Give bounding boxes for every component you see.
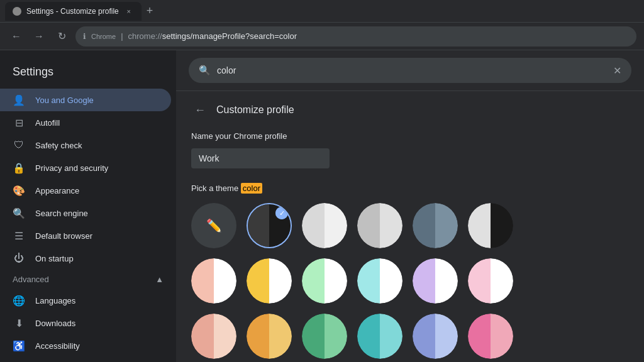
customize-panel: ← Customize profile Name your Chrome pro… [176,91,644,362]
downloads-icon: ⬇ [13,317,25,329]
tab-close-btn[interactable]: × [124,6,134,16]
color-grid: ✏️✓ [191,203,629,362]
theme-label: Pick a theme [191,184,238,193]
color-swatch-dark[interactable]: ✓ [247,203,292,248]
address-path: settings/manageProfile?search=color [162,31,297,41]
tab-favicon [13,7,21,16]
search-icon: 🔍 [199,65,211,76]
color-swatch-salmon-peach[interactable] [191,314,236,359]
color-swatch-custom[interactable]: ✏️ [191,203,236,248]
sidebar-item-appearance[interactable]: 🎨 Appearance [0,179,171,202]
theme-highlight: color [241,183,262,194]
panel-back-button[interactable]: ← [191,101,209,119]
sidebar-label-on-startup: On startup [35,254,74,263]
color-swatch-yellow-white[interactable] [247,258,292,304]
search-input[interactable] [217,65,607,75]
browser-titlebar: Settings - Customize profile × + [0,0,644,23]
color-swatch-orange-tan[interactable] [247,314,292,359]
swatch-selected-checkmark: ✓ [275,207,288,219]
color-swatch-green-white[interactable] [302,258,347,304]
panel-title: Customize profile [216,104,294,116]
name-section-title: Name your Chrome profile [191,131,629,141]
sidebar-item-search-engine[interactable]: 🔍 Search engine [0,202,171,224]
advanced-label: Advanced [13,275,49,284]
sidebar-item-downloads[interactable]: ⬇ Downloads [0,312,171,334]
address-text: chrome://settings/manageProfile?search=c… [128,31,297,41]
color-swatch-gray-medium[interactable] [357,203,402,248]
tab-title: Settings - Customize profile [26,7,119,16]
appearance-icon: 🎨 [13,184,25,197]
sidebar-item-languages[interactable]: 🌐 Languages [0,289,171,312]
sidebar-label-accessibility: Accessibility [35,341,80,351]
sidebar-item-autofill[interactable]: ⊟ Autofill [0,111,171,134]
color-swatch-pink-white[interactable] [191,258,236,304]
sidebar-label-you-and-google: You and Google [35,96,94,105]
profile-name-input[interactable] [191,148,330,168]
browser-tab[interactable]: Settings - Customize profile × [5,2,142,21]
forward-nav-btn[interactable]: → [30,28,48,45]
privacy-security-icon: 🔒 [13,162,25,174]
main-layout: Settings 👤 You and Google ⊟ Autofill 🛡 S… [0,50,644,362]
color-swatch-teal-cyan[interactable] [357,314,402,359]
search-bar: 🔍 ✕ [189,58,631,83]
sidebar-label-appearance: Appearance [35,186,79,195]
color-swatch-gray-light[interactable] [302,203,347,248]
search-clear-button[interactable]: ✕ [613,65,621,77]
theme-section-title: Pick a theme color [191,184,629,193]
address-secure-label: Chrome [91,33,116,40]
sidebar-label-autofill: Autofill [35,118,60,128]
search-bar-container: 🔍 ✕ [176,50,644,91]
you-and-google-icon: 👤 [13,94,25,106]
sidebar-title: Settings [0,60,176,89]
new-tab-button[interactable]: + [142,4,158,18]
color-swatch-dark-split[interactable] [468,203,513,248]
address-separator: | [121,31,123,41]
sidebar-label-privacy-security: Privacy and security [35,163,108,173]
sidebar-label-search-engine: Search engine [35,209,88,218]
default-browser-icon: ☰ [13,229,25,242]
autofill-icon: ⊟ [13,116,25,129]
sidebar-item-accessibility[interactable]: ♿ Accessibility [0,334,171,357]
color-swatch-sage-mint[interactable] [302,314,347,359]
languages-icon: 🌐 [13,294,25,307]
advanced-collapse-icon: ▲ [155,275,164,284]
accessibility-icon: ♿ [13,339,25,352]
sidebar-label-safety-check: Safety check [35,141,82,150]
sidebar-item-privacy-security[interactable]: 🔒 Privacy and security [0,156,171,179]
on-startup-icon: ⏻ [13,252,25,265]
custom-swatch-icon: ✏️ [206,218,222,233]
sidebar-item-on-startup[interactable]: ⏻ On startup [0,247,171,270]
address-bar[interactable]: ℹ Chrome | chrome://settings/manageProfi… [75,26,636,47]
color-swatch-cyan-white[interactable] [357,258,402,304]
advanced-section-header[interactable]: Advanced ▲ [0,270,176,289]
sidebar-label-languages: Languages [35,296,75,305]
color-swatch-blue-periwinkle[interactable] [413,314,458,359]
sidebar-item-system[interactable]: ⚙ System [0,357,171,362]
sidebar-label-default-browser: Default browser [35,231,92,241]
search-engine-icon: 🔍 [13,207,25,219]
sidebar-item-safety-check[interactable]: 🛡 Safety check [0,134,171,156]
panel-header: ← Customize profile [191,101,629,119]
safety-check-icon: 🛡 [13,139,25,151]
color-swatch-slate[interactable] [413,203,458,248]
address-scheme: chrome:// [128,31,162,41]
refresh-nav-btn[interactable]: ↻ [53,28,70,45]
sidebar-item-default-browser[interactable]: ☰ Default browser [0,224,171,247]
browser-toolbar: ← → ↻ ℹ Chrome | chrome://settings/manag… [0,23,644,50]
sidebar-item-you-and-google[interactable]: 👤 You and Google [0,89,171,111]
address-bar-icon: ℹ [83,32,86,41]
content-area: 🔍 ✕ ← Customize profile Name your Chrome… [176,50,644,362]
color-swatch-lavender-white[interactable] [413,258,458,304]
color-swatch-pink-salmon[interactable] [468,314,513,359]
back-nav-btn[interactable]: ← [8,28,25,45]
color-swatch-rose-white[interactable] [468,258,513,304]
sidebar: Settings 👤 You and Google ⊟ Autofill 🛡 S… [0,50,176,362]
sidebar-label-downloads: Downloads [35,319,75,328]
